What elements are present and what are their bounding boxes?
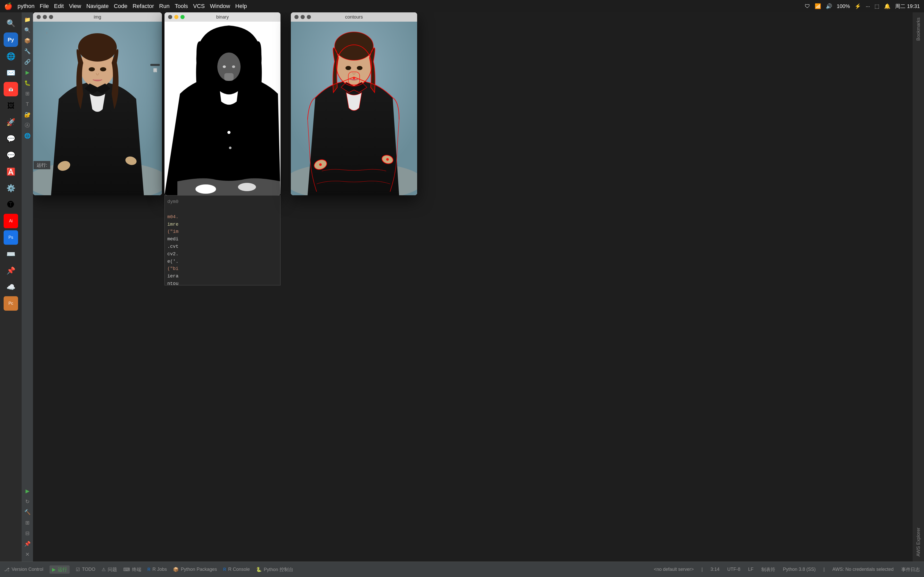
dock-pin[interactable]: 📌	[3, 263, 18, 278]
dock-pycharm[interactable]: Py	[3, 32, 18, 47]
python-console-icon: 🐍	[256, 567, 262, 572]
svg-point-15	[229, 147, 231, 149]
dock-appstore[interactable]: 🅰️	[3, 164, 18, 179]
svg-point-11	[223, 65, 226, 68]
right-panel-items: Bookmarks AWS Explorer	[914, 12, 923, 562]
apple-menu[interactable]: 🍎	[4, 2, 12, 10]
ide-icon-run-config[interactable]: ▶	[23, 486, 32, 496]
ide-icon-tools[interactable]: 🔧	[23, 47, 32, 56]
contours-minimize-btn[interactable]	[300, 15, 305, 19]
ide-icon-package[interactable]: 📦	[23, 36, 32, 45]
binary-traffic-lights	[168, 15, 184, 19]
dock-mail[interactable]: ✉️	[3, 65, 18, 80]
dock-terminal[interactable]: ⌨️	[3, 247, 18, 261]
img-maximize-btn[interactable]	[49, 15, 53, 19]
dock-wechat[interactable]: 💬	[3, 148, 18, 162]
dock-messages[interactable]: 💬	[3, 131, 18, 146]
dock-adobe2[interactable]: Ps	[3, 230, 18, 245]
fold-arrow[interactable]: ›	[46, 30, 48, 35]
aws-explorer-label[interactable]: AWS Explorer	[914, 525, 923, 559]
menu-view[interactable]: View	[69, 3, 81, 10]
status-run[interactable]: ▶ 运行	[50, 566, 69, 574]
binary-window-title: binary	[216, 15, 229, 20]
ide-icon-grid[interactable]: ⊞	[23, 89, 32, 98]
ide-icon-expand[interactable]: ⊞	[23, 518, 32, 527]
code-line-9: e('.	[167, 258, 278, 265]
dock-aws[interactable]: ☁️	[3, 280, 18, 294]
status-r-jobs[interactable]: R R Jobs	[147, 567, 167, 572]
menu-code[interactable]: Code	[114, 3, 128, 10]
menu-help[interactable]: Help	[235, 3, 247, 10]
dock-photos[interactable]: 🖼	[3, 98, 18, 113]
status-version-control[interactable]: ⎇ Version Control	[4, 567, 43, 572]
status-python-packages[interactable]: 📦 Python Packages	[173, 567, 217, 572]
code-snippet-panel: dym0 m04. imre ("im medi .cvt cv2. e('. …	[165, 195, 281, 285]
contours-maximize-btn[interactable]	[307, 15, 311, 19]
binary-titlebar: binary	[165, 12, 281, 22]
menu-tools[interactable]: Tools	[175, 3, 188, 10]
menubar: 🍎 python File Edit View Navigate Code Re…	[0, 0, 924, 12]
ide-icon-pin-bottom[interactable]: 📌	[23, 539, 32, 548]
menu-file[interactable]: File	[40, 3, 49, 10]
img-window-title: img	[94, 15, 101, 20]
svg-point-12	[232, 65, 235, 68]
img-minimize-btn[interactable]	[43, 15, 47, 19]
battery-icon: ⚡	[855, 3, 861, 9]
status-line-col: 3:14	[711, 567, 720, 572]
menu-refactor[interactable]: Refactor	[132, 3, 154, 10]
bookmarks-label[interactable]: Bookmarks	[914, 15, 923, 43]
right-panel: Bookmarks AWS Explorer	[913, 12, 924, 562]
contours-traffic-lights	[294, 15, 311, 19]
menu-vcs[interactable]: VCS	[193, 3, 205, 10]
menu-run[interactable]: Run	[159, 3, 170, 10]
python-packages-icon: 📦	[173, 567, 179, 572]
status-r-console[interactable]: R R Console	[223, 567, 250, 572]
app-menu-python[interactable]: python	[18, 3, 34, 10]
ide-icon-text[interactable]: T	[23, 100, 32, 109]
svg-point-34	[353, 77, 355, 79]
code-line-6: medi	[167, 235, 278, 243]
ide-icon-folder[interactable]: 📁	[23, 15, 32, 24]
status-python-console[interactable]: 🐍 Python 控制台	[256, 566, 293, 573]
ide-icon-lock[interactable]: 🔐	[23, 110, 32, 119]
dock-font[interactable]: 🅣	[3, 197, 18, 212]
ide-icon-links[interactable]: 🔗	[23, 57, 32, 66]
status-todo[interactable]: ☑ TODO	[76, 567, 95, 572]
binary-close-btn[interactable]	[168, 15, 172, 19]
status-terminal[interactable]: ⌨ 终端	[123, 566, 141, 573]
binary-maximize-btn[interactable]	[181, 15, 184, 19]
svg-point-23	[346, 66, 351, 70]
menu-extras-icon: ···	[866, 3, 870, 9]
ide-icon-search[interactable]: 🔍	[23, 26, 32, 35]
menu-edit[interactable]: Edit	[54, 3, 64, 10]
ide-icon-wrench[interactable]: 🔨	[23, 508, 32, 517]
ide-icon-refresh[interactable]: ↻	[23, 497, 32, 506]
dock-safari[interactable]: 🌐	[3, 49, 18, 63]
ide-icon-close[interactable]: ✕	[23, 550, 32, 559]
status-spacer: |	[824, 567, 825, 572]
ide-icon-globe[interactable]: 🌐	[23, 131, 32, 140]
dock-launchpad[interactable]: 🚀	[3, 115, 18, 129]
menu-window[interactable]: Window	[210, 3, 230, 10]
binary-minimize-btn[interactable]	[174, 15, 178, 19]
ide-icon-run-small[interactable]: ▶	[23, 68, 32, 77]
dock-pycharm2[interactable]: Pc	[3, 296, 18, 311]
app-dock: 🔍 Py 🌐 ✉️ 📅 🖼 🚀 💬 💬 🅰️ ⚙️ 🅣 Ai Ps ⌨️ 📌 ☁…	[0, 12, 22, 562]
ide-icon-a[interactable]: Ⓐ	[23, 121, 32, 130]
code-line-4: imre	[167, 221, 278, 228]
dock-finder[interactable]: 🔍	[3, 16, 18, 31]
menu-navigate[interactable]: Navigate	[86, 3, 109, 10]
ide-icon-collapse[interactable]: ⊟	[23, 529, 32, 538]
contours-titlebar: contours	[291, 12, 417, 22]
svg-point-14	[228, 131, 231, 134]
dock-calendar[interactable]: 📅	[3, 82, 18, 96]
status-line-ending: LF	[748, 567, 754, 572]
img-photo-svg	[33, 22, 162, 195]
dock-adobe1[interactable]: Ai	[3, 214, 18, 228]
dock-settings[interactable]: ⚙️	[3, 181, 18, 195]
status-problems[interactable]: ⚠ 问题	[102, 566, 117, 573]
status-bar-right: <no default server> | 3:14 UTF-8 LF 制表符 …	[654, 566, 920, 573]
img-close-btn[interactable]	[37, 15, 41, 19]
ide-icon-debug[interactable]: 🐛	[23, 78, 32, 88]
contours-close-btn[interactable]	[294, 15, 299, 19]
